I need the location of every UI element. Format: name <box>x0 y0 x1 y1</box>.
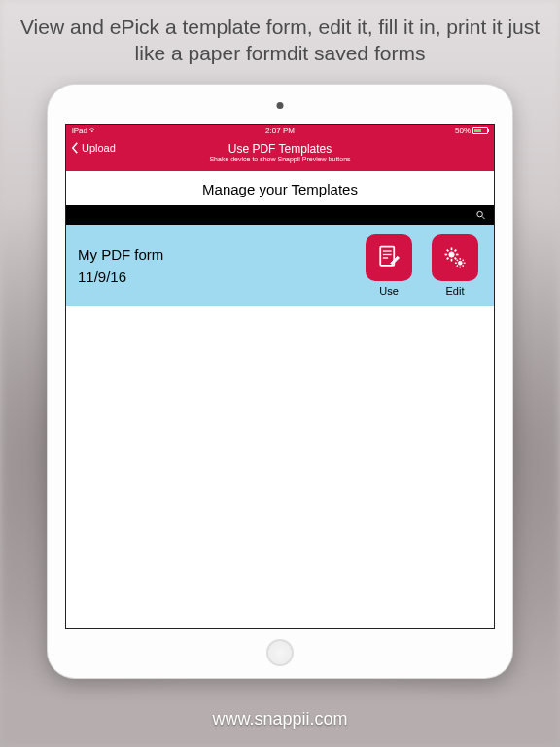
svg-point-0 <box>477 211 483 217</box>
document-edit-icon <box>375 244 402 271</box>
edit-action: Edit <box>428 234 482 297</box>
svg-line-20 <box>457 259 458 260</box>
svg-line-13 <box>447 257 449 259</box>
use-button[interactable] <box>366 234 412 281</box>
svg-line-12 <box>455 257 457 259</box>
use-action: Use <box>362 234 416 297</box>
template-row: My PDF form 11/9/16 Use <box>66 225 494 306</box>
tablet-camera <box>277 102 284 109</box>
template-name: My PDF form <box>78 246 350 263</box>
page-title: Manage your Templates <box>66 171 494 205</box>
svg-line-22 <box>457 265 458 266</box>
nav-title: Use PDF Templates <box>72 140 488 156</box>
home-button[interactable] <box>266 639 294 666</box>
status-bar: iPad ᯤ 2:07 PM 50% <box>66 124 494 138</box>
carrier-label: iPad ᯤ <box>72 126 97 135</box>
svg-line-1 <box>482 216 485 219</box>
footer-url: www.snappii.com <box>0 709 560 729</box>
svg-line-11 <box>447 249 449 251</box>
search-bar[interactable] <box>66 205 494 225</box>
search-icon <box>475 209 486 220</box>
nav-subtitle: Shake device to show Snappii Preview but… <box>72 156 488 162</box>
tablet-frame: iPad ᯤ 2:07 PM 50% Upload Use PDF Templa… <box>48 85 512 678</box>
back-button[interactable]: Upload <box>70 142 116 154</box>
svg-point-6 <box>449 251 454 256</box>
template-info: My PDF form 11/9/16 <box>78 246 350 285</box>
battery-indicator: 50% <box>455 126 488 135</box>
svg-line-14 <box>455 249 457 251</box>
promo-headline: View and ePick a template form, edit it,… <box>0 0 560 85</box>
nav-bar: Upload Use PDF Templates Shake device to… <box>66 138 494 171</box>
svg-line-21 <box>463 265 464 266</box>
app-screen: iPad ᯤ 2:07 PM 50% Upload Use PDF Templa… <box>65 124 495 629</box>
clock: 2:07 PM <box>265 126 295 135</box>
use-label: Use <box>362 285 416 297</box>
gears-icon <box>441 244 469 271</box>
svg-line-23 <box>463 259 464 260</box>
back-label: Upload <box>82 142 116 154</box>
chevron-left-icon <box>70 142 80 154</box>
template-date: 11/9/16 <box>78 268 350 285</box>
svg-point-15 <box>458 261 462 265</box>
edit-button[interactable] <box>432 234 478 281</box>
edit-label: Edit <box>428 285 482 297</box>
